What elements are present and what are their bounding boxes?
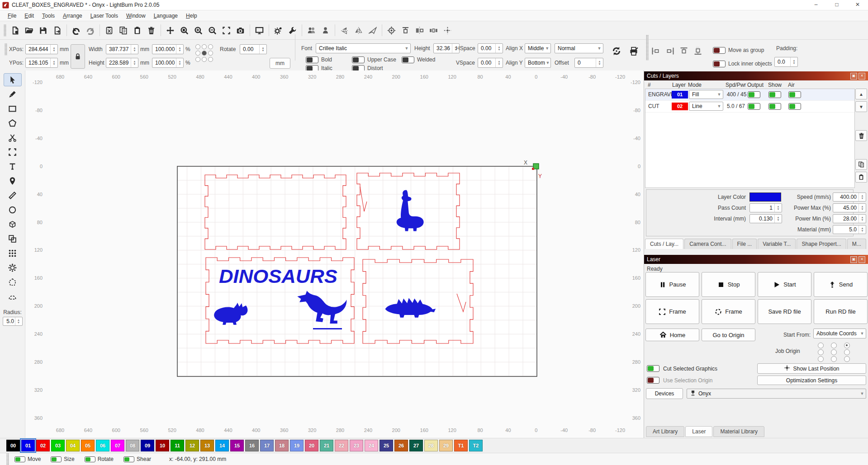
panel-tab-2[interactable]: File ... [732, 239, 757, 249]
file-new-button[interactable] [8, 23, 22, 37]
circular-array-tool[interactable] [4, 261, 22, 274]
folder-open-button[interactable] [22, 23, 36, 37]
palette-swatch-29[interactable]: 29 [439, 440, 453, 451]
camera-button[interactable] [233, 23, 247, 37]
polygon-tool[interactable] [4, 117, 22, 130]
device-select[interactable]: Onyx▼ [687, 389, 866, 399]
zoom-out-button[interactable] [205, 23, 219, 37]
sync-icon[interactable] [612, 46, 621, 56]
palette-swatch-25[interactable]: 25 [379, 440, 393, 451]
mirror-h-button[interactable] [351, 23, 365, 37]
interval-field[interactable]: 0.130▲▼ [749, 214, 782, 223]
pause-button[interactable]: Pause [645, 272, 699, 297]
pass-count-field[interactable]: 1▲▼ [749, 203, 782, 212]
job-origin-radio[interactable] [844, 349, 850, 355]
palette-swatch-00[interactable]: 00 [6, 440, 20, 451]
status-size-toggle[interactable] [51, 456, 62, 462]
close-panel-icon[interactable]: ✕ [859, 256, 865, 263]
panel-tab-4[interactable]: Shape Propert... [797, 239, 846, 249]
palette-swatch-11[interactable]: 11 [171, 440, 184, 451]
palette-swatch-03[interactable]: 03 [51, 440, 65, 451]
power-min-field[interactable]: 28.00▲▼ [833, 214, 866, 223]
layer-show-toggle[interactable] [768, 91, 781, 98]
align-top-edge-icon[interactable] [679, 47, 688, 56]
palette-swatch-02[interactable]: 02 [36, 440, 50, 451]
maximize-icon[interactable]: □ [826, 0, 847, 10]
layer-mode-select[interactable]: Line▼ [689, 102, 723, 111]
extrude-3d-tool[interactable] [4, 218, 22, 231]
ellipse-tool[interactable] [4, 203, 22, 216]
width-field[interactable]: 387.737▲▼ [106, 44, 138, 54]
palette-swatch-20[interactable]: 20 [305, 440, 318, 451]
palette-swatch-22[interactable]: 22 [335, 440, 348, 451]
status-move-toggle[interactable] [14, 456, 25, 462]
layer-row-cut[interactable]: CUT02Line▼5.0 / 67 [645, 101, 854, 113]
pan-button[interactable] [163, 23, 177, 37]
ungroup-button[interactable] [318, 23, 332, 37]
close-panel-icon[interactable]: ✕ [859, 73, 865, 80]
menu-laser-tools[interactable]: Laser Tools [86, 11, 122, 20]
nudge-left-button[interactable] [651, 46, 660, 56]
go-to-origin-button[interactable]: Go to Origin [702, 329, 755, 341]
palette-swatch-17[interactable]: 17 [260, 440, 274, 451]
material-field[interactable]: 5.0▲▼ [833, 225, 866, 234]
palette-swatch-15[interactable]: 15 [230, 440, 244, 451]
mirror-v-button[interactable] [337, 23, 351, 37]
float-panel-icon[interactable]: ▣ [850, 73, 857, 80]
group-button[interactable] [304, 23, 318, 37]
undo-button[interactable] [69, 23, 83, 37]
job-origin-radio[interactable] [818, 343, 824, 348]
menu-file[interactable]: File [4, 11, 20, 20]
menu-tools[interactable]: Tools [38, 11, 59, 20]
zoom-in-button[interactable] [191, 23, 205, 37]
lock-inner-objects-toggle[interactable] [713, 61, 726, 67]
copy-icon[interactable] [858, 161, 864, 168]
run-rd-file-button[interactable]: Run RD file [814, 299, 868, 324]
palette-swatch-26[interactable]: 26 [394, 440, 408, 451]
palette-swatch-T1[interactable]: T1 [454, 440, 468, 451]
radius-field[interactable]: 5.0▲▼ [3, 317, 23, 326]
palette-swatch-14[interactable]: 14 [215, 440, 229, 451]
machine-bed[interactable]: DINOSAURSXY [177, 166, 537, 376]
power-max-field[interactable]: 45.00▲▼ [833, 203, 866, 212]
frame-button[interactable]: Frame [645, 299, 699, 324]
padding-field[interactable]: 0.0▲▼ [774, 57, 798, 67]
cut-selected-toggle[interactable] [647, 365, 659, 372]
palette-swatch-21[interactable]: 21 [320, 440, 333, 451]
save-button[interactable] [36, 23, 50, 37]
palette-swatch-19[interactable]: 19 [290, 440, 304, 451]
scale-w-field[interactable]: 100.000▲▼ [152, 44, 184, 54]
palette-swatch-04[interactable]: 04 [66, 440, 80, 451]
print-icon[interactable] [629, 46, 639, 56]
palette-swatch-01[interactable]: 01 [21, 440, 35, 451]
panel-tab-3[interactable]: Variable T... [758, 239, 796, 249]
bold-toggle[interactable] [306, 56, 318, 63]
print-button[interactable] [629, 46, 639, 56]
frame-rect-tool[interactable] [4, 146, 22, 159]
align-middle-button[interactable] [413, 23, 427, 37]
stop-button[interactable]: Stop [702, 272, 755, 297]
bed-svg[interactable]: DINOSAURSXY [177, 166, 537, 376]
use-selection-origin-toggle[interactable] [647, 377, 659, 384]
trash-icon[interactable] [858, 132, 865, 139]
minimize-icon[interactable]: – [806, 0, 826, 10]
measure-tool[interactable] [4, 189, 22, 202]
copy-layer-settings-button[interactable] [855, 159, 867, 170]
lock-icon[interactable] [74, 52, 82, 61]
copy-button[interactable] [116, 23, 130, 37]
panel-tab-1[interactable]: Camera Cont... [684, 239, 731, 249]
palette-swatch-09[interactable]: 09 [141, 440, 154, 451]
xpos-field[interactable]: 284.644▲▼ [25, 44, 58, 54]
redo-button[interactable] [83, 23, 97, 37]
palette-swatch-18[interactable]: 18 [275, 440, 289, 451]
height-field[interactable]: 228.589▲▼ [106, 58, 138, 68]
scale-anchor-selector[interactable] [194, 43, 216, 67]
text-tool[interactable] [4, 160, 22, 173]
text-style-select[interactable]: Normal▼ [555, 43, 603, 53]
snap-cross-button[interactable] [441, 23, 455, 37]
start-from-select[interactable]: Absolute Coords▼ [813, 329, 866, 338]
layer-color-chip[interactable]: 01 [672, 91, 688, 99]
pencil-tool[interactable] [4, 88, 22, 101]
job-origin-radio[interactable] [831, 349, 837, 355]
scale-h-field[interactable]: 100.000▲▼ [152, 58, 184, 68]
